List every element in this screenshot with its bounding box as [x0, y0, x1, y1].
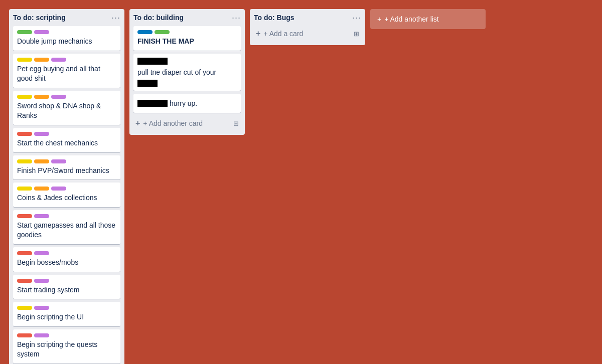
tag	[34, 214, 49, 218]
tag-blue	[137, 30, 153, 34]
tag	[51, 159, 66, 163]
tag	[17, 187, 32, 191]
tag	[34, 58, 49, 62]
tag	[17, 30, 32, 34]
tag	[34, 95, 49, 99]
template-icon-building: ⊞	[233, 120, 239, 127]
card-text-scripting-7: Begin bosses/mobs	[17, 258, 116, 268]
plus-icon-bugs: +	[256, 29, 260, 38]
list-header-building: To do: building ···	[133, 13, 241, 22]
tag	[17, 306, 32, 310]
card-scripting-10[interactable]: Begin scripting the quests system	[13, 329, 120, 363]
add-card-bugs[interactable]: + + Add a card ⊞	[254, 26, 361, 41]
tag	[17, 333, 32, 337]
tag-row	[17, 132, 116, 136]
card-scripting-4[interactable]: Finish PVP/Sword mechanics	[13, 155, 120, 180]
tag	[17, 95, 32, 99]
tag	[17, 214, 32, 218]
card-text-scripting-10: Begin scripting the quests system	[17, 340, 116, 359]
tag-row	[17, 214, 116, 218]
card-scripting-1[interactable]: Pet egg buying and all that good shit	[13, 54, 120, 88]
tag	[34, 187, 49, 191]
tag-row	[17, 95, 116, 99]
tag	[34, 30, 49, 34]
card-scripting-5[interactable]: Coins & Jades collections	[13, 183, 120, 207]
tag-green	[155, 30, 170, 34]
tag	[34, 251, 49, 255]
card-text-scripting-3: Start the chest mechanics	[17, 138, 116, 148]
list-title-building: To do: building	[133, 14, 184, 22]
tag-row	[17, 306, 116, 310]
card-text-finish-map: FINISH THE MAP	[137, 37, 237, 47]
list-menu-scripting[interactable]: ···	[111, 13, 120, 22]
card-text-scripting-9: Begin scripting the UI	[17, 312, 116, 322]
plus-icon-building: +	[135, 119, 140, 128]
list-header-bugs: To do: Bugs ···	[254, 13, 361, 22]
card-scripting-8[interactable]: Start trading system	[13, 275, 120, 299]
list-title-bugs: To do: Bugs	[254, 14, 294, 22]
list-menu-building[interactable]: ···	[232, 13, 241, 22]
tag	[17, 251, 32, 255]
tag	[34, 159, 49, 163]
card-scripting-3[interactable]: Start the chest mechanics	[13, 128, 120, 152]
tag	[17, 159, 32, 163]
card-text-diaper: pull tne diaper cut of your	[137, 67, 216, 78]
add-list-button[interactable]: + + Add another list	[370, 9, 486, 29]
list-header-scripting: To do: scripting ···	[13, 13, 120, 22]
tag-row	[17, 58, 116, 62]
tag	[17, 279, 32, 283]
censored-text-hurry: hurry up.	[137, 98, 237, 109]
list-scripting: To do: scripting ··· Double jump mechani…	[9, 9, 124, 364]
list-title-scripting: To do: scripting	[13, 14, 66, 22]
card-censored-diaper[interactable]: pull tne diaper cut of your	[133, 54, 241, 91]
card-text-scripting-1: Pet egg buying and all that good shit	[17, 64, 116, 84]
tag	[17, 58, 32, 62]
card-scripting-6[interactable]: Start gamepasses and all those goodies	[13, 210, 120, 244]
redacted-block-1	[137, 58, 168, 65]
card-scripting-0[interactable]: Double jump mechanics	[13, 26, 120, 51]
redacted-block-3	[137, 100, 168, 107]
tag	[51, 95, 66, 99]
tag	[17, 132, 32, 136]
add-card-label-building: + Add another card	[143, 119, 203, 127]
tag-row	[17, 159, 116, 163]
add-list-label: + Add another list	[384, 15, 439, 23]
tag-row	[137, 30, 237, 34]
plus-icon-add-list: +	[377, 15, 381, 23]
card-scripting-2[interactable]: Sword shop & DNA shop & Ranks	[13, 91, 120, 125]
tag	[34, 279, 49, 283]
cards-container-scripting: Double jump mechanicsPet egg buying and …	[13, 26, 120, 364]
card-text-scripting-2: Sword shop & DNA shop & Ranks	[17, 101, 116, 121]
tag	[34, 333, 49, 337]
tag-row	[17, 30, 116, 34]
tag	[51, 187, 66, 191]
add-card-building[interactable]: + + Add another card ⊞	[133, 116, 241, 131]
tag-row	[17, 187, 116, 191]
tag-row	[17, 251, 116, 255]
card-text-scripting-8: Start trading system	[17, 285, 116, 295]
tag-row	[17, 333, 116, 337]
tag	[34, 306, 49, 310]
board: To do: scripting ··· Double jump mechani…	[5, 5, 597, 364]
card-text-scripting-0: Double jump mechanics	[17, 37, 116, 47]
censored-text-diaper: pull tne diaper cut of your	[137, 58, 237, 87]
tag-row	[17, 279, 116, 283]
list-building: To do: building ··· FINISH THE MAP pull …	[129, 9, 245, 135]
list-bugs: To do: Bugs ··· + + Add a card ⊞	[250, 9, 365, 45]
template-icon-bugs: ⊞	[354, 30, 359, 38]
tag	[51, 58, 66, 62]
list-menu-bugs[interactable]: ···	[352, 13, 361, 22]
card-finish-map[interactable]: FINISH THE MAP	[133, 26, 241, 51]
card-text-scripting-6: Start gamepasses and all those goodies	[17, 221, 116, 240]
card-scripting-9[interactable]: Begin scripting the UI	[13, 302, 120, 326]
card-censored-hurry[interactable]: hurry up.	[133, 94, 241, 113]
tag	[34, 132, 49, 136]
card-scripting-7[interactable]: Begin bosses/mobs	[13, 247, 120, 272]
redacted-block-2	[137, 80, 158, 87]
card-text-hurry: hurry up.	[170, 98, 197, 109]
card-text-scripting-5: Coins & Jades collections	[17, 193, 116, 203]
card-text-scripting-4: Finish PVP/Sword mechanics	[17, 166, 116, 176]
add-card-label-bugs: + Add a card	[263, 30, 303, 38]
